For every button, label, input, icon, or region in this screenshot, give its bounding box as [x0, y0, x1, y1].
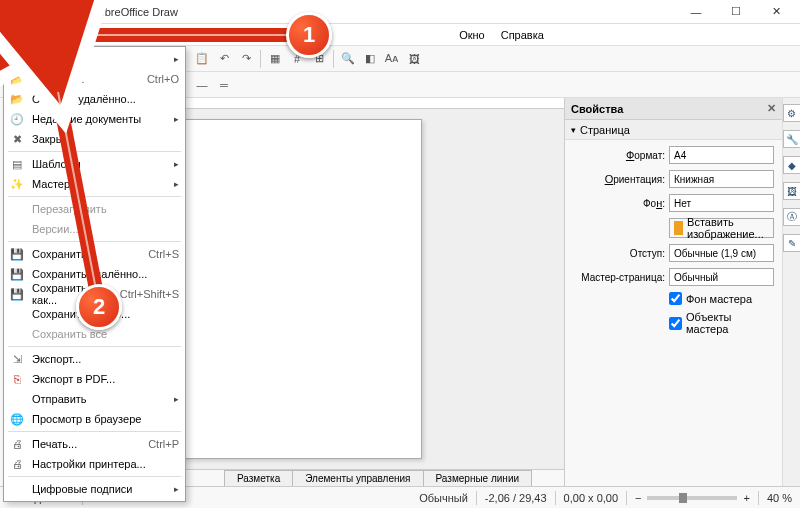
menu-signatures[interactable]: Цифровые подписи▸	[4, 479, 185, 499]
input-background[interactable]: Нет	[669, 194, 774, 212]
line-style-icon[interactable]: —	[192, 75, 212, 95]
save-as-icon: 💾	[8, 286, 26, 302]
tab-dimensions[interactable]: Размерные линии	[423, 470, 533, 486]
callout-2: 2	[76, 284, 122, 330]
printer-settings-icon: 🖨	[8, 456, 26, 472]
label-margin: Отступ:	[573, 248, 665, 259]
menu-window[interactable]: Окно	[451, 27, 493, 43]
menu-wizards[interactable]: ▤Шаблоны▸	[4, 154, 185, 174]
insert-image-button[interactable]: Вставить изображение...	[669, 218, 774, 238]
maximize-button[interactable]: ☐	[716, 1, 756, 23]
properties-deck-icon[interactable]: 🔧	[783, 130, 800, 148]
label-format: Формат:	[573, 149, 665, 161]
input-master[interactable]: Обычный	[669, 268, 774, 286]
browser-icon: 🌐	[8, 411, 26, 427]
menu-recent[interactable]: 🕘Недавние документы▸	[4, 109, 185, 129]
page[interactable]	[182, 119, 422, 459]
menu-save-remote[interactable]: 💾Сохранить удалённо...	[4, 264, 185, 284]
image-icon	[674, 221, 683, 235]
image-icon[interactable]: 🖼	[404, 49, 424, 69]
folder-remote-icon: 📂	[8, 91, 26, 107]
menu-print[interactable]: 🖨Печать...Ctrl+P	[4, 434, 185, 454]
styles-deck-icon[interactable]: ✎	[783, 234, 800, 252]
sidebar-title: Свойства ✕	[565, 98, 782, 120]
styles-icon[interactable]: Aᴀ	[382, 49, 402, 69]
window-title: Без имени 1 - LibreOffice Draw	[24, 6, 676, 18]
menu-masters[interactable]: ✨Мастера▸	[4, 174, 185, 194]
folder-icon: 📂	[8, 71, 26, 87]
menu-close-doc[interactable]: ✖Закрыть	[4, 129, 185, 149]
menu-create[interactable]: 🗎Создать▸	[4, 49, 185, 69]
close-doc-icon: ✖	[8, 131, 26, 147]
pdf-icon: ⎘	[8, 371, 26, 387]
label-orientation: Ориентация:	[573, 173, 665, 185]
titlebar: Без имени 1 - LibreOffice Draw — ☐ ✕	[0, 0, 800, 24]
undo-icon[interactable]: ↶	[214, 49, 234, 69]
menu-printer-settings[interactable]: 🖨Настройки принтера...	[4, 454, 185, 474]
menu-save[interactable]: 💾СохранитьCtrl+S	[4, 244, 185, 264]
menu-reload[interactable]: Перезагрузить	[4, 199, 185, 219]
zoom-plus[interactable]: +	[743, 492, 749, 504]
menu-export[interactable]: ⇲Экспорт...	[4, 349, 185, 369]
zoom-minus[interactable]: −	[635, 492, 641, 504]
shapes-deck-icon[interactable]: ◆	[783, 156, 800, 174]
label-master: Мастер-страница:	[573, 272, 665, 283]
checkbox-master-objects[interactable]: Объекты мастера	[669, 311, 774, 335]
menubar: Файл Окно Справка	[0, 24, 800, 46]
callout-1: 1	[286, 12, 332, 58]
sidebar-close-icon[interactable]: ✕	[767, 102, 776, 115]
menu-preview[interactable]: 🌐Просмотр в браузере	[4, 409, 185, 429]
minimize-button[interactable]: —	[676, 1, 716, 23]
menu-open-remote[interactable]: 📂Открыть удалённо...	[4, 89, 185, 109]
save-icon: 💾	[8, 246, 26, 262]
zoom-slider[interactable]	[647, 496, 737, 500]
menu-versions[interactable]: Версии...	[4, 219, 185, 239]
redo-icon[interactable]: ↷	[236, 49, 256, 69]
checkbox-master-background[interactable]: Фон мастера	[669, 292, 774, 305]
new-icon: 🗎	[8, 51, 26, 67]
navigator-icon[interactable]: ◧	[360, 49, 380, 69]
status-size: 0,00 x 0,00	[564, 492, 618, 504]
wizard-icon: ✨	[8, 176, 26, 192]
input-format[interactable]: A4	[669, 146, 774, 164]
sidebar-title-label: Свойства	[571, 103, 623, 115]
tab-controls[interactable]: Элементы управления	[292, 470, 423, 486]
menu-help[interactable]: Справка	[493, 27, 552, 43]
tab-layout[interactable]: Разметка	[224, 470, 293, 486]
status-zoom: 40 %	[767, 492, 792, 504]
status-coords: -2,06 / 29,43	[485, 492, 547, 504]
settings-icon[interactable]: ⚙	[783, 104, 800, 122]
navigator-deck-icon[interactable]: Ⓐ	[783, 208, 800, 226]
grid-icon[interactable]: ▦	[265, 49, 285, 69]
menu-file[interactable]: Файл	[4, 26, 49, 44]
close-button[interactable]: ✕	[756, 1, 796, 23]
zoom-icon[interactable]: 🔍	[338, 49, 358, 69]
file-menu-dropdown: 🗎Создать▸ 📂Открыть...Ctrl+O 📂Открыть уда…	[3, 46, 186, 502]
gallery-deck-icon[interactable]: 🖼	[783, 182, 800, 200]
sidebar-deck-icons: ⚙ 🔧 ◆ 🖼 Ⓐ ✎	[782, 98, 800, 486]
save-remote-icon: 💾	[8, 266, 26, 282]
label-background: Фон:	[573, 197, 665, 209]
section-page[interactable]: Страница	[565, 120, 782, 140]
menu-send[interactable]: Отправить▸	[4, 389, 185, 409]
line-width-icon[interactable]: ═	[214, 75, 234, 95]
menu-open[interactable]: 📂Открыть...Ctrl+O	[4, 69, 185, 89]
menu-export-pdf[interactable]: ⎘Экспорт в PDF...	[4, 369, 185, 389]
template-icon: ▤	[8, 156, 26, 172]
paste-icon[interactable]: 📋	[192, 49, 212, 69]
app-icon	[4, 5, 18, 19]
export-icon: ⇲	[8, 351, 26, 367]
input-margin[interactable]: Обычные (1,9 см)	[669, 244, 774, 262]
status-style: Обычный	[419, 492, 468, 504]
print-icon: 🖨	[8, 436, 26, 452]
input-orientation[interactable]: Книжная	[669, 170, 774, 188]
sidebar: Свойства ✕ Страница Формат: A4 Ориентаци…	[564, 98, 800, 486]
recent-icon: 🕘	[8, 111, 26, 127]
